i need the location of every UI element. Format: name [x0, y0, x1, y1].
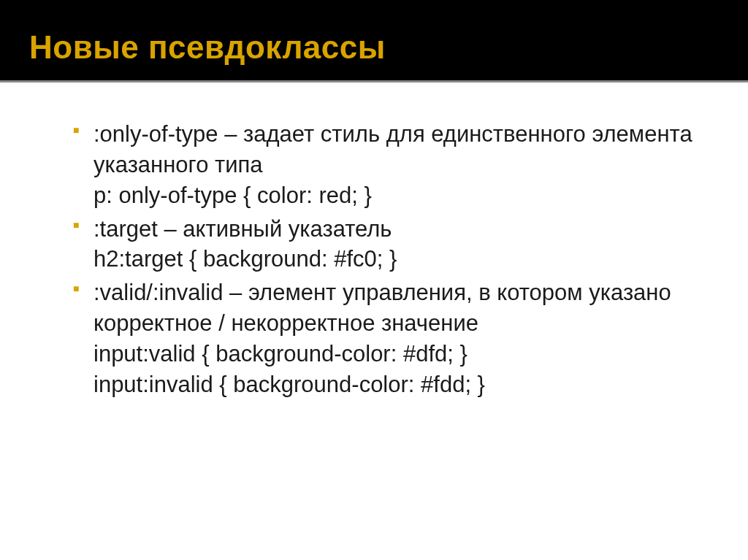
slide-title: Новые псевдоклассы [29, 29, 719, 66]
item-line: :only-of-type – задает стиль для единств… [94, 119, 697, 180]
list-item: :valid/:invalid – элемент управления, в … [73, 277, 697, 399]
item-line: :valid/:invalid – элемент управления, в … [94, 277, 697, 339]
item-text: :target – активный указатель h2:target {… [94, 214, 697, 275]
list-item: :target – активный указатель h2:target {… [73, 214, 697, 275]
slide-container: Новые псевдоклассы :only-of-type – задае… [0, 0, 748, 560]
item-line: input:invalid { background-color: #fdd; … [94, 369, 697, 400]
item-text: :only-of-type – задает стиль для единств… [94, 119, 697, 211]
item-line: h2:target { background: #fc0; } [94, 244, 697, 275]
slide-content: :only-of-type – задает стиль для единств… [0, 83, 748, 560]
item-line: p: only-of-type { color: red; } [94, 180, 697, 211]
bullet-list: :only-of-type – задает стиль для единств… [73, 119, 697, 400]
slide-header: Новые псевдоклассы [0, 0, 748, 83]
item-text: :valid/:invalid – элемент управления, в … [94, 277, 697, 399]
item-line: :target – активный указатель [94, 214, 697, 245]
item-line: input:valid { background-color: #dfd; } [94, 339, 697, 369]
list-item: :only-of-type – задает стиль для единств… [73, 119, 697, 211]
